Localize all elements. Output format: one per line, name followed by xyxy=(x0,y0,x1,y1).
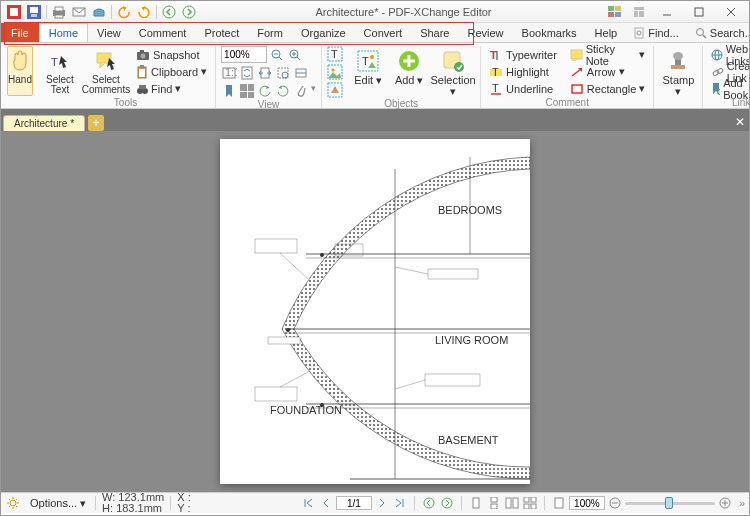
maximize-button[interactable] xyxy=(685,3,713,21)
prev-page-icon[interactable] xyxy=(318,495,334,511)
clipboard-button[interactable]: Clipboard▾ xyxy=(133,63,210,80)
menu-comment[interactable]: Comment xyxy=(130,23,196,42)
menu-view[interactable]: View xyxy=(88,23,130,42)
menu-file[interactable]: File xyxy=(1,23,39,42)
attachments-icon[interactable] xyxy=(293,83,309,99)
rotate-cw-icon[interactable] xyxy=(275,83,291,99)
sticky-note-button[interactable]: Sticky Note▾ xyxy=(567,46,649,63)
menu-help[interactable]: Help xyxy=(586,23,627,42)
ui-options-icon[interactable] xyxy=(605,3,625,21)
select-text-button[interactable]: T Select Text xyxy=(41,46,79,96)
page-number-input[interactable] xyxy=(336,496,372,510)
menu-form[interactable]: Form xyxy=(248,23,292,42)
options-gear-icon[interactable] xyxy=(5,495,21,511)
scan-icon[interactable] xyxy=(89,3,109,21)
last-page-icon[interactable] xyxy=(392,495,408,511)
typewriter-button[interactable]: TTypewriter xyxy=(486,46,560,63)
fit-page-icon[interactable] xyxy=(239,65,255,81)
find-button[interactable]: Find... xyxy=(626,25,686,41)
svg-rect-12 xyxy=(615,6,621,11)
zoom-slider[interactable] xyxy=(625,502,715,505)
nav-back-icon[interactable] xyxy=(159,3,179,21)
svg-text:T: T xyxy=(490,49,497,61)
underline-button[interactable]: TUnderline xyxy=(486,80,560,97)
new-tab-button[interactable]: + xyxy=(88,115,104,131)
email-icon[interactable] xyxy=(69,3,89,21)
svg-rect-13 xyxy=(608,12,614,17)
document-tab[interactable]: Architecture * xyxy=(3,115,85,131)
menu-convert[interactable]: Convert xyxy=(355,23,412,42)
menu-review[interactable]: Review xyxy=(458,23,512,42)
fit-width-icon[interactable] xyxy=(257,65,273,81)
clipboard-icon xyxy=(136,65,148,79)
zoom-slider-thumb[interactable] xyxy=(665,497,673,509)
save-icon[interactable] xyxy=(24,3,44,21)
actual-size-icon[interactable]: 1:1 xyxy=(221,65,237,81)
rotate-ccw-icon[interactable] xyxy=(257,83,273,99)
highlight-button[interactable]: THighlight xyxy=(486,63,560,80)
svg-rect-74 xyxy=(671,65,685,69)
svg-line-116 xyxy=(9,499,10,500)
zoom-plus-icon[interactable] xyxy=(717,495,733,511)
edit-image-icon[interactable] xyxy=(327,64,343,80)
zoom-minus-icon[interactable] xyxy=(607,495,623,511)
history-forward-icon[interactable] xyxy=(439,495,455,511)
redo-icon[interactable] xyxy=(134,3,154,21)
snapshot-button[interactable]: Snapshot xyxy=(133,46,210,63)
svg-line-119 xyxy=(16,499,17,500)
menu-protect[interactable]: Protect xyxy=(195,23,248,42)
zoom-in-icon[interactable] xyxy=(287,47,303,63)
layout-facing-icon[interactable] xyxy=(504,495,520,511)
edit-icon: T xyxy=(356,49,380,73)
menu-bookmarks[interactable]: Bookmarks xyxy=(513,23,586,42)
group-label-comment: Comment xyxy=(546,97,589,109)
next-page-icon[interactable] xyxy=(374,495,390,511)
find-icon xyxy=(633,27,645,39)
svg-point-64 xyxy=(454,62,464,72)
selection-button[interactable]: Selection ▾ xyxy=(431,46,475,96)
zoom-status-input[interactable] xyxy=(569,496,605,510)
svg-line-105 xyxy=(395,380,425,389)
layout-facing-continuous-icon[interactable] xyxy=(522,495,538,511)
nav-forward-icon[interactable] xyxy=(179,3,199,21)
layout-single-icon[interactable] xyxy=(468,495,484,511)
find-ribbon-button[interactable]: Find▾ xyxy=(133,80,210,97)
edit-text-icon[interactable]: T xyxy=(327,46,343,62)
menu-home[interactable]: Home xyxy=(39,23,88,42)
edit-button[interactable]: T Edit ▾ xyxy=(349,46,387,96)
binoculars-icon xyxy=(136,83,148,95)
arrow-button[interactable]: Arrow▾ xyxy=(567,63,649,80)
layout-continuous-icon[interactable] xyxy=(486,495,502,511)
stamp-button[interactable]: Stamp ▾ xyxy=(659,46,697,96)
add-button[interactable]: Add ▾ xyxy=(390,46,428,96)
edit-shape-icon[interactable] xyxy=(327,82,343,98)
hand-tool-button[interactable]: Hand xyxy=(7,46,33,96)
rectangle-button[interactable]: Rectangle▾ xyxy=(567,80,649,97)
document-viewport[interactable]: BEDROOMS LIVING ROOM BASEMENT FOUNDATION xyxy=(1,131,749,492)
add-bookmark-button[interactable]: Add Bookmark xyxy=(708,80,750,97)
search-button[interactable]: Search... xyxy=(688,25,750,41)
menu-organize[interactable]: Organize xyxy=(292,23,355,42)
svg-point-111 xyxy=(10,500,16,506)
fit-visible-icon[interactable] xyxy=(293,65,309,81)
minimize-button[interactable] xyxy=(653,3,681,21)
thumbnails-pane-icon[interactable] xyxy=(239,83,255,99)
first-page-icon[interactable] xyxy=(300,495,316,511)
menu-share[interactable]: Share xyxy=(411,23,458,42)
undo-icon[interactable] xyxy=(114,3,134,21)
close-button[interactable] xyxy=(717,3,745,21)
svg-text:T: T xyxy=(51,56,58,68)
print-icon[interactable] xyxy=(49,3,69,21)
bookmark-pane-icon[interactable] xyxy=(221,83,237,99)
zoom-input[interactable] xyxy=(221,46,267,63)
options-button[interactable]: Options...▾ xyxy=(27,495,89,512)
zoom-fit-icon[interactable] xyxy=(551,495,567,511)
tab-close-button[interactable]: ✕ xyxy=(731,113,749,131)
history-back-icon[interactable] xyxy=(421,495,437,511)
qat-separator xyxy=(46,5,47,19)
window-title: Architecture* - PDF-XChange Editor xyxy=(202,6,605,18)
zoom-region-icon[interactable] xyxy=(275,65,291,81)
zoom-out-icon[interactable] xyxy=(269,47,285,63)
ribbon-toggle-icon[interactable] xyxy=(629,3,649,21)
select-comments-button[interactable]: Select Comments xyxy=(82,46,130,96)
